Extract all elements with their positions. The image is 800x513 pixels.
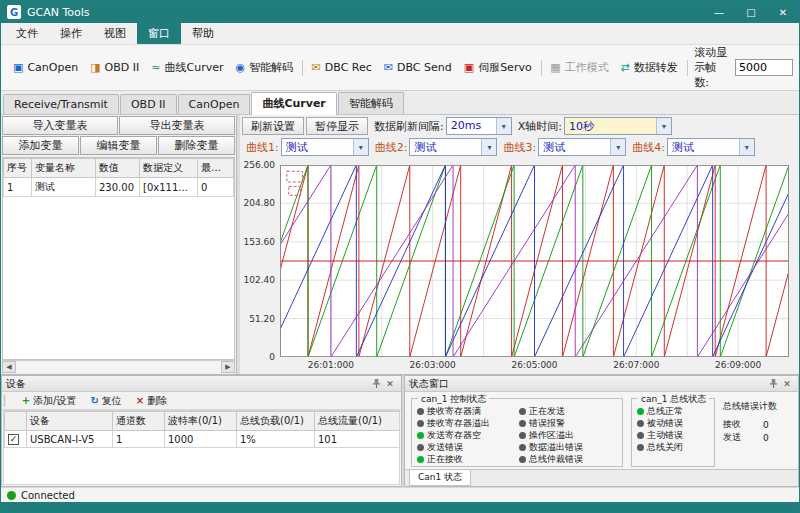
chevron-down-icon: ▾ xyxy=(739,139,754,155)
toolbar-dbc-rec-button[interactable]: ✉ DBC Rec xyxy=(306,58,378,77)
tab-obd[interactable]: OBD II xyxy=(120,94,177,114)
chart-area: 256.00 204.80 153.60 102.40 51.20 0 26:0… xyxy=(242,159,797,372)
curve3-select[interactable]: 测试 ▾ xyxy=(538,138,626,156)
interval-select[interactable]: 20ms ▾ xyxy=(446,117,512,135)
scroll-right-icon[interactable]: ▶ xyxy=(221,361,235,373)
y-tick: 51.20 xyxy=(249,314,275,324)
col-checkbox xyxy=(5,412,27,431)
device-delete-button[interactable]: × 删除 xyxy=(130,393,173,409)
cell-bus-load: 1% xyxy=(237,431,315,448)
toolbar-decode-button[interactable]: ◉ 智能解码 xyxy=(229,57,299,78)
col-device[interactable]: 设备 xyxy=(27,412,113,431)
toolbar-dbc-send-button[interactable]: ✉ DBC Send xyxy=(378,58,458,77)
curve-chart-svg xyxy=(280,165,789,357)
edit-variable-button[interactable]: 编辑变量 xyxy=(80,136,157,155)
col-channels[interactable]: 通道数 xyxy=(113,412,165,431)
col-bus-flow[interactable]: 总线流量(0/1) xyxy=(315,412,400,431)
curve-chart xyxy=(280,165,789,357)
device-row[interactable]: USBCAN-I-V5 1 1000 1% 101 xyxy=(5,431,400,448)
device-add-button[interactable]: + 添加/设置 xyxy=(16,393,83,409)
menu-view[interactable]: 视图 xyxy=(93,23,137,44)
menu-help[interactable]: 帮助 xyxy=(181,23,225,44)
curve1-select[interactable]: 测试 ▾ xyxy=(281,138,369,156)
col-definition[interactable]: 数据定义 xyxy=(140,159,198,178)
device-reset-button[interactable]: ↻ 复位 xyxy=(84,393,127,409)
device-checkbox[interactable] xyxy=(8,434,19,445)
main-tabbar: Receive/Transmit OBD II CanOpen 曲线Curver… xyxy=(1,91,799,115)
toolbar-obd-button[interactable]: ◨ OBD II xyxy=(84,58,145,77)
col-index[interactable]: 序号 xyxy=(4,159,32,178)
col-value[interactable]: 数值 xyxy=(96,159,140,178)
toolbar-grip: ▏ xyxy=(4,395,12,406)
toolbar-canopen-label: CanOpen xyxy=(27,61,78,74)
toolbar-forward-button[interactable]: ⇄ 数据转发 xyxy=(615,57,684,78)
y-tick: 0 xyxy=(269,352,275,362)
col-baudrate[interactable]: 波特率(0/1) xyxy=(165,412,237,431)
add-variable-button[interactable]: 添加变量 xyxy=(2,136,79,155)
status-item: 接收寄存器溢出 xyxy=(417,417,515,429)
control-status-title: can_1 控制状态 xyxy=(418,393,489,406)
menu-file[interactable]: 文件 xyxy=(5,23,49,44)
tab-curve[interactable]: 曲线Curver xyxy=(251,92,336,115)
variable-row[interactable]: 1 测试 230.00 [0x111... 0 xyxy=(4,178,234,197)
delete-variable-button[interactable]: 删除变量 xyxy=(158,136,235,155)
cell-bus-flow: 101 xyxy=(315,431,400,448)
close-button[interactable]: ✕ xyxy=(767,1,799,23)
variables-table-wrap: 序号 变量名称 数值 数据定义 最小值 1 测试 230.00 [0x111.. xyxy=(2,157,235,360)
status-dot xyxy=(637,420,644,427)
curve3-label: 曲线3: xyxy=(503,140,536,155)
toolbar-workmode-button[interactable]: ▦ 工作模式 xyxy=(544,57,614,78)
curve2-select[interactable]: 测试 ▾ xyxy=(409,138,497,156)
tab-canopen[interactable]: CanOpen xyxy=(178,94,251,114)
bus-error-counter: 总线错误计数 接收 0 发送 0 xyxy=(723,398,800,467)
import-variables-button[interactable]: 导入变量表 xyxy=(2,116,118,135)
rx-value: 0 xyxy=(763,420,769,430)
chevron-down-icon: ▾ xyxy=(496,118,511,134)
toolbar-servo-button[interactable]: ▣ 伺服Servo xyxy=(458,57,538,78)
pin-icon[interactable] xyxy=(369,377,383,390)
export-variables-button[interactable]: 导出变量表 xyxy=(119,116,235,135)
scroll-left-icon[interactable]: ◀ xyxy=(2,361,16,373)
y-tick: 256.00 xyxy=(244,160,276,170)
x-tick: 26:05:000 xyxy=(511,360,557,370)
status-item: 总线正常 xyxy=(637,405,709,417)
scroll-frames-input[interactable] xyxy=(735,59,793,76)
curve4-select[interactable]: 测试 ▾ xyxy=(667,138,755,156)
toolbar-canopen-button[interactable]: ▣ CanOpen xyxy=(7,58,84,77)
close-icon[interactable]: ✕ xyxy=(780,377,794,390)
curve4-value: 测试 xyxy=(668,139,739,155)
device-table-header: 设备 通道数 波特率(0/1) 总线负载(0/1) 总线流量(0/1) xyxy=(5,412,400,431)
status-dot xyxy=(417,456,424,463)
menu-operation[interactable]: 操作 xyxy=(49,23,93,44)
variables-panel: 导入变量表 导出变量表 添加变量 编辑变量 删除变量 序号 变量名称 数值 数据 xyxy=(1,115,237,374)
x-tick: 26:07:000 xyxy=(613,360,659,370)
toolbar-curve-button[interactable]: ≈ 曲线Curver xyxy=(145,57,229,78)
toolbar-dbc-send-label: DBC Send xyxy=(397,61,452,74)
dbc-rec-icon: ✉ xyxy=(312,62,321,73)
status-item: 接收寄存器满 xyxy=(417,405,515,417)
tab-receive-transmit[interactable]: Receive/Transmit xyxy=(3,94,119,114)
menu-window[interactable]: 窗口 xyxy=(137,23,181,44)
pin-icon[interactable] xyxy=(766,377,780,390)
tab-smart-decode[interactable]: 智能解码 xyxy=(338,92,404,114)
status-item-label: 接收寄存器满 xyxy=(427,405,481,417)
toolbar-separator xyxy=(541,60,542,76)
scroll-track[interactable] xyxy=(16,361,221,373)
tab-can1-status[interactable]: Can1 状态 xyxy=(409,470,471,486)
status-item-label: 总线正常 xyxy=(647,405,683,417)
xaxis-time-select[interactable]: 10秒 ▾ xyxy=(564,117,672,135)
status-item: 操作区溢出 xyxy=(519,429,617,441)
horizontal-scrollbar[interactable]: ◀ ▶ xyxy=(2,360,235,373)
toolbar-separator xyxy=(687,60,688,76)
col-min[interactable]: 最小值 xyxy=(198,159,234,178)
refresh-settings-button[interactable]: 刷新设置 xyxy=(242,117,304,135)
minimize-button[interactable]: — xyxy=(703,1,735,23)
close-icon[interactable]: ✕ xyxy=(383,377,397,390)
pause-display-button[interactable]: 暂停显示 xyxy=(306,117,368,135)
col-bus-load[interactable]: 总线负载(0/1) xyxy=(237,412,315,431)
maximize-button[interactable]: □ xyxy=(735,1,767,23)
canopen-icon: ▣ xyxy=(13,62,23,73)
col-name[interactable]: 变量名称 xyxy=(32,159,96,178)
chevron-down-icon: ▾ xyxy=(353,139,368,155)
status-item: 发送寄存器空 xyxy=(417,429,515,441)
